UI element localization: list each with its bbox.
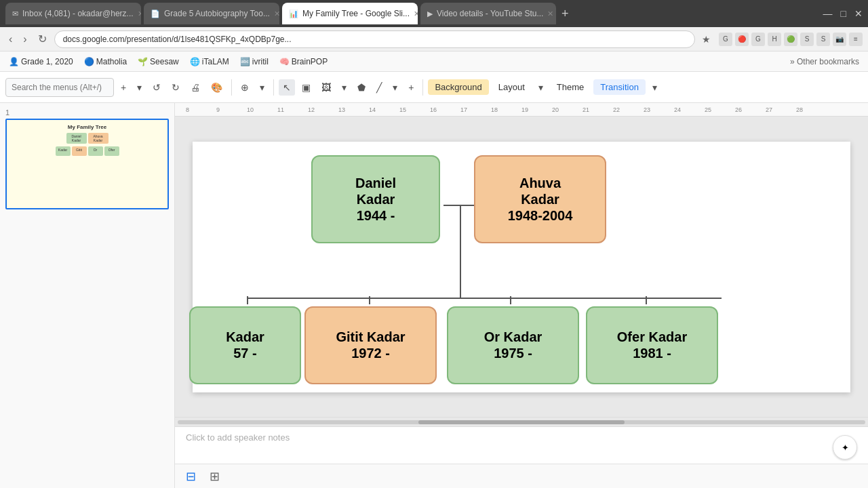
cursor-tool[interactable]: ↖: [279, 79, 295, 96]
reload-button[interactable]: ↻: [35, 31, 50, 47]
bookmark-ivrit[interactable]: 🔤 ivritil: [237, 56, 272, 68]
ruler-mark-14: 14: [369, 106, 399, 113]
speaker-notes[interactable]: Click to add speaker notes: [175, 426, 868, 464]
tab-youtube-close[interactable]: ✕: [547, 9, 553, 18]
connector-gitit-v: [369, 296, 370, 304]
bookmark-star-icon[interactable]: ★: [702, 34, 711, 45]
back-button[interactable]: ‹: [5, 32, 16, 47]
smart-compose-button[interactable]: ✦: [833, 435, 857, 460]
slide-canvas[interactable]: DanielKadar1944 - AhuvaKadar1948-2004 Ka…: [193, 142, 850, 392]
ext-8[interactable]: 📷: [833, 33, 846, 46]
new-slide-arrow[interactable]: ▾: [133, 79, 146, 96]
scroll-track[interactable]: [178, 420, 865, 424]
image-arrow[interactable]: ▾: [338, 79, 351, 96]
thumb-box-daniel: DanielKadar: [66, 133, 87, 144]
bookmark-seesaw[interactable]: 🌱 Seesaw: [134, 56, 182, 68]
background-button[interactable]: Background: [428, 79, 488, 95]
bookmark-italam[interactable]: 🌐 iTaLAM: [186, 56, 233, 68]
bookmark-matholia[interactable]: 🔵 Matholia: [81, 56, 130, 68]
thumb-title: My Family Tree: [11, 124, 163, 130]
new-slide-button[interactable]: +: [117, 79, 130, 96]
ext-7[interactable]: S: [816, 33, 830, 46]
tab-doc-close[interactable]: ✕: [274, 9, 279, 18]
node-child1[interactable]: Kadar57 -: [189, 306, 301, 384]
node-gitit[interactable]: Gitit Kadar1972 -: [304, 306, 437, 384]
bookmark-more[interactable]: » Other bookmarks: [787, 56, 863, 68]
menu-search-input[interactable]: [5, 78, 114, 97]
ext-1[interactable]: G: [719, 33, 732, 46]
line-arrow[interactable]: ▾: [389, 79, 401, 96]
bookmark-grade1[interactable]: 👤 Grade 1, 2020: [5, 56, 77, 68]
address-bar-row: ‹ › ↻ docs.google.com/presentation/d/1ls…: [0, 27, 868, 52]
ext-2[interactable]: 🔴: [735, 33, 749, 46]
connector-ofer-v: [646, 296, 647, 304]
slide-thumbnail[interactable]: My Family Tree DanielKadar AhuvaKadar Ka…: [5, 119, 169, 209]
node-or[interactable]: Or Kadar1975 -: [447, 306, 579, 384]
node-child1-text: Kadar57 -: [226, 329, 264, 361]
ruler-mark-16: 16: [430, 106, 460, 113]
node-ahuva[interactable]: AhuvaKadar1948-2004: [474, 155, 606, 243]
image-button[interactable]: 🖼: [317, 79, 335, 96]
ruler-marks: 8 9 10 11 12 13 14 15 16 17 18 19 20 21 …: [186, 106, 827, 113]
slide-canvas-wrapper[interactable]: DanielKadar1944 - AhuvaKadar1948-2004 Ka…: [175, 117, 868, 417]
ruler-mark-10: 10: [247, 106, 277, 113]
connector-v-mid: [460, 206, 461, 298]
tab-slides[interactable]: 📊 My Family Tree - Google Sli... ✕: [282, 3, 418, 24]
theme-button[interactable]: Theme: [550, 79, 591, 95]
more-tools-button[interactable]: +: [404, 79, 418, 96]
frame-tool[interactable]: ▣: [298, 79, 315, 96]
node-ofer[interactable]: Ofer Kadar1981 -: [586, 306, 718, 384]
ruler-mark-9: 9: [216, 106, 247, 113]
forward-button[interactable]: ›: [20, 32, 30, 47]
tab-gmail-close[interactable]: ✕: [138, 9, 141, 18]
redo-button[interactable]: ↻: [167, 79, 184, 96]
collapse-button[interactable]: ▾: [648, 79, 661, 96]
ext-5[interactable]: 🟢: [784, 33, 797, 46]
bookmark-brainpop[interactable]: 🧠 BrainPOP: [276, 56, 331, 68]
thumb-ofer: Ofer: [104, 146, 119, 156]
format-paint-button[interactable]: 🎨: [207, 79, 226, 96]
speaker-notes-placeholder: Click to add speaker notes: [186, 432, 290, 443]
ext-3[interactable]: G: [751, 33, 765, 46]
ruler-mark-24: 24: [674, 106, 705, 113]
print-button[interactable]: 🖨: [186, 79, 204, 96]
ruler-mark-15: 15: [399, 106, 430, 113]
win-minimize[interactable]: —: [823, 8, 833, 19]
node-ofer-text: Ofer Kadar1981 -: [617, 329, 687, 361]
ruler-mark-22: 22: [613, 106, 644, 113]
view-filmstrip-button[interactable]: ⊟: [183, 466, 199, 487]
scroll-area[interactable]: [175, 417, 868, 426]
ruler-mark-8: 8: [186, 106, 216, 113]
ext-9[interactable]: ≡: [849, 33, 863, 46]
zoom-button[interactable]: ⊕: [237, 79, 253, 96]
bookmark-ivrit-icon: 🔤: [240, 57, 250, 66]
thumb-child1: Kadar: [56, 146, 71, 156]
tab-youtube[interactable]: ▶ Video details - YouTube Stu... ✕: [420, 3, 556, 24]
thumb-boxes: DanielKadar AhuvaKadar: [11, 133, 163, 144]
undo-button[interactable]: ↺: [149, 79, 165, 96]
ruler-mark-21: 21: [583, 106, 613, 113]
gmail-favicon: ✉: [12, 9, 18, 18]
layout-arrow[interactable]: ▾: [534, 79, 547, 96]
line-button[interactable]: ╱: [372, 79, 386, 96]
scroll-thumb[interactable]: [418, 420, 625, 424]
ext-6[interactable]: S: [800, 33, 814, 46]
transition-button[interactable]: Transition: [593, 79, 646, 95]
view-grid-button[interactable]: ⊞: [207, 466, 222, 487]
ext-4[interactable]: H: [768, 33, 781, 46]
new-tab-button[interactable]: +: [561, 7, 569, 21]
zoom-arrow[interactable]: ▾: [256, 79, 269, 96]
bookmark-grade1-icon: 👤: [9, 57, 19, 66]
tab-slides-close[interactable]: ✕: [414, 9, 418, 18]
ruler-mark-20: 20: [552, 106, 583, 113]
win-close[interactable]: ✕: [854, 8, 863, 19]
address-bar[interactable]: docs.google.com/presentation/d/1lse481QS…: [54, 30, 695, 48]
node-daniel[interactable]: DanielKadar1944 -: [311, 155, 440, 243]
win-maximize[interactable]: □: [841, 8, 846, 19]
tab-gmail[interactable]: ✉ Inbox (4,081) - okadar@herz... ✕: [5, 3, 141, 24]
layout-button[interactable]: Layout: [492, 79, 532, 95]
smart-compose-icon: ✦: [842, 443, 849, 453]
tab-doc[interactable]: 📄 Grade 5 Autobiography Too... ✕: [144, 3, 279, 24]
shape-button[interactable]: ⬟: [353, 79, 370, 96]
main-content: 1 My Family Tree DanielKadar AhuvaKadar …: [0, 103, 868, 488]
